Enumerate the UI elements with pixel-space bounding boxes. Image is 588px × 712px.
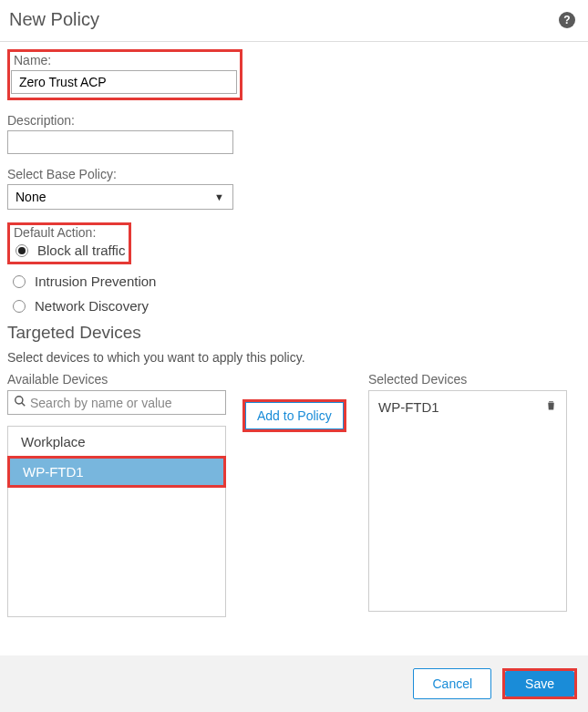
targeted-devices-instruction: Select devices to which you want to appl… — [7, 350, 579, 365]
svg-line-1 — [22, 403, 26, 407]
dialog-footer: Cancel Save — [0, 655, 588, 712]
default-action-label: Default Action: — [14, 225, 125, 240]
base-policy-label: Select Base Policy: — [7, 167, 579, 181]
radio-label-discovery: Network Discovery — [35, 298, 149, 314]
selected-device-row: WP-FTD1 — [378, 398, 557, 415]
base-policy-select[interactable] — [7, 184, 233, 210]
search-input[interactable] — [30, 396, 220, 410]
selected-devices-list: WP-FTD1 — [368, 390, 567, 612]
targeted-devices-title: Targeted Devices — [7, 323, 579, 343]
selected-device-wp-ftd1: WP-FTD1 — [378, 399, 439, 415]
svg-point-0 — [15, 397, 23, 404]
default-action-highlight: Default Action: Block all traffic — [7, 222, 131, 264]
available-device-wp-ftd1[interactable]: WP-FTD1 — [10, 459, 223, 485]
cancel-button[interactable]: Cancel — [413, 668, 491, 699]
dialog-header: New Policy ? — [0, 0, 588, 42]
help-icon[interactable]: ? — [559, 12, 575, 28]
available-devices-label: Available Devices — [7, 372, 226, 387]
name-label: Name: — [14, 53, 237, 67]
name-field-highlight: Name: — [7, 49, 242, 100]
device-group-workplace[interactable]: Workplace — [8, 427, 225, 457]
dialog-title: New Policy — [9, 9, 99, 30]
save-button-highlight: Save — [502, 668, 577, 699]
name-input[interactable] — [11, 70, 237, 94]
radio-label-intrusion: Intrusion Prevention — [35, 273, 156, 289]
description-label: Description: — [7, 113, 579, 128]
description-input[interactable] — [7, 130, 233, 154]
radio-intrusion-prevention[interactable] — [13, 275, 26, 288]
search-icon — [14, 395, 26, 410]
add-to-policy-button[interactable]: Add to Policy — [245, 402, 344, 429]
add-to-policy-highlight: Add to Policy — [242, 399, 346, 432]
save-button[interactable]: Save — [505, 671, 574, 697]
radio-block-all-traffic[interactable] — [15, 244, 28, 257]
radio-label-block: Block all traffic — [37, 242, 125, 258]
search-wrap[interactable] — [7, 390, 226, 415]
radio-network-discovery[interactable] — [13, 300, 26, 313]
available-devices-list: Workplace WP-FTD1 — [7, 426, 226, 617]
trash-icon[interactable] — [545, 398, 557, 415]
available-item-highlight: WP-FTD1 — [7, 456, 226, 488]
selected-devices-label: Selected Devices — [368, 372, 567, 387]
